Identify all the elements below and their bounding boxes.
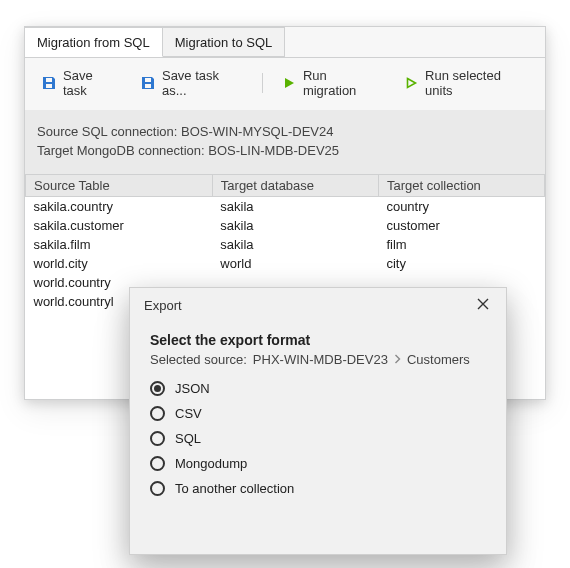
table-header-row: Source Table Target database Target coll… xyxy=(26,175,545,197)
table-cell: sakila.country xyxy=(26,197,213,217)
table-cell: sakila xyxy=(212,235,378,254)
radio-icon xyxy=(150,406,165,421)
connection-info: Source SQL connection: BOS-WIN-MYSQL-DEV… xyxy=(25,110,545,174)
button-label: Save task as... xyxy=(162,68,244,98)
table-cell: sakila.customer xyxy=(26,216,213,235)
radio-label: Mongodump xyxy=(175,456,247,471)
save-icon xyxy=(140,75,156,91)
selected-source-server: PHX-WIN-MDB-DEV23 xyxy=(253,352,388,367)
selected-source-label: Selected source: xyxy=(150,352,247,367)
source-connection-row: Source SQL connection: BOS-WIN-MYSQL-DEV… xyxy=(37,124,533,139)
save-task-as-button[interactable]: Save task as... xyxy=(134,66,250,100)
radio-icon xyxy=(150,381,165,396)
table-row[interactable]: sakila.filmsakilafilm xyxy=(26,235,545,254)
save-icon xyxy=(41,75,57,91)
tab-label: Migration to SQL xyxy=(175,35,273,50)
dialog-body: Select the export format Selected source… xyxy=(130,322,506,506)
dialog-titlebar: Export xyxy=(130,288,506,322)
tab-migration-from-sql[interactable]: Migration from SQL xyxy=(25,27,163,57)
table-header[interactable]: Target collection xyxy=(378,175,544,197)
play-icon xyxy=(281,75,297,91)
target-connection-value: BOS-LIN-MDB-DEV25 xyxy=(208,143,339,158)
save-task-button[interactable]: Save task xyxy=(35,66,124,100)
toolbar: Save task Save task as... Run migration xyxy=(25,58,545,110)
radio-label: JSON xyxy=(175,381,210,396)
run-migration-button[interactable]: Run migration xyxy=(275,66,387,100)
radio-label: CSV xyxy=(175,406,202,421)
export-format-radio[interactable]: CSV xyxy=(150,406,486,421)
tab-migration-to-sql[interactable]: Migration to SQL xyxy=(163,27,286,57)
button-label: Run migration xyxy=(303,68,382,98)
button-label: Save task xyxy=(63,68,118,98)
target-connection-label: Target MongoDB connection: xyxy=(37,143,205,158)
table-cell: world xyxy=(212,254,378,273)
table-cell: sakila.film xyxy=(26,235,213,254)
dialog-title: Export xyxy=(144,298,182,313)
close-icon xyxy=(477,298,489,313)
table-row[interactable]: world.cityworldcity xyxy=(26,254,545,273)
export-format-radios: JSONCSVSQLMongodumpTo another collection xyxy=(150,381,486,496)
radio-icon xyxy=(150,481,165,496)
table-header[interactable]: Source Table xyxy=(26,175,213,197)
tab-bar: Migration from SQL Migration to SQL xyxy=(25,27,545,57)
table-cell: sakila xyxy=(212,197,378,217)
source-connection-value: BOS-WIN-MYSQL-DEV24 xyxy=(181,124,333,139)
radio-label: To another collection xyxy=(175,481,294,496)
source-connection-label: Source SQL connection: xyxy=(37,124,177,139)
export-format-radio[interactable]: To another collection xyxy=(150,481,486,496)
target-connection-row: Target MongoDB connection: BOS-LIN-MDB-D… xyxy=(37,143,533,158)
table-cell: country xyxy=(378,197,544,217)
toolbar-separator xyxy=(262,73,263,93)
export-format-radio[interactable]: SQL xyxy=(150,431,486,446)
table-cell: sakila xyxy=(212,216,378,235)
radio-label: SQL xyxy=(175,431,201,446)
button-label: Run selected units xyxy=(425,68,529,98)
table-header[interactable]: Target database xyxy=(212,175,378,197)
selected-source-line: Selected source: PHX-WIN-MDB-DEV23 Custo… xyxy=(150,352,486,367)
table-row[interactable]: sakila.customersakilacustomer xyxy=(26,216,545,235)
dialog-heading: Select the export format xyxy=(150,332,486,348)
tab-label: Migration from SQL xyxy=(37,35,150,50)
export-format-radio[interactable]: JSON xyxy=(150,381,486,396)
export-format-radio[interactable]: Mongodump xyxy=(150,456,486,471)
table-cell: world.city xyxy=(26,254,213,273)
export-dialog: Export Select the export format Selected… xyxy=(129,287,507,555)
run-selected-units-button[interactable]: Run selected units xyxy=(398,66,536,100)
table-cell: film xyxy=(378,235,544,254)
radio-icon xyxy=(150,456,165,471)
selected-source-collection: Customers xyxy=(407,352,470,367)
table-cell: city xyxy=(378,254,544,273)
play-outline-icon xyxy=(404,75,420,91)
chevron-right-icon xyxy=(394,352,401,367)
close-button[interactable] xyxy=(470,292,496,318)
table-cell: customer xyxy=(378,216,544,235)
radio-icon xyxy=(150,431,165,446)
table-row[interactable]: sakila.countrysakilacountry xyxy=(26,197,545,217)
